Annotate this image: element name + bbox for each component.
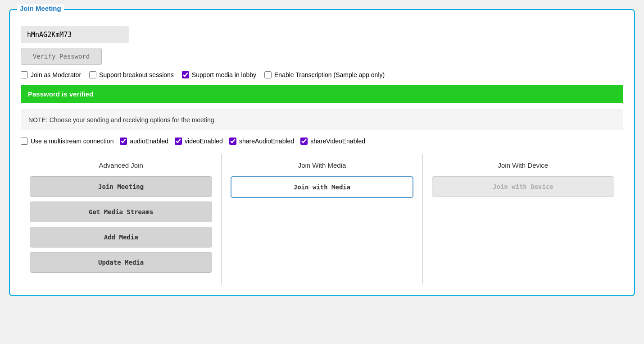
- transcription-input[interactable]: [264, 71, 272, 78]
- join-with-device-column: Join With Device Join with Device: [423, 154, 623, 284]
- columns-section: Advanced Join Join Meeting Get Media Str…: [21, 154, 623, 284]
- audio-enabled-input[interactable]: [120, 138, 127, 145]
- breakout-sessions-input[interactable]: [89, 71, 96, 78]
- video-enabled-input[interactable]: [175, 138, 182, 145]
- password-input[interactable]: [21, 26, 129, 43]
- multistream-checkbox[interactable]: Use a multistream connection: [21, 138, 113, 145]
- share-video-enabled-input[interactable]: [300, 138, 308, 145]
- multistream-input[interactable]: [21, 138, 28, 145]
- join-meeting-button[interactable]: Join Meeting: [30, 176, 212, 197]
- media-in-lobby-label: Support media in lobby: [192, 71, 256, 78]
- transcription-label: Enable Transcription (Sample app only): [274, 71, 385, 78]
- share-audio-enabled-input[interactable]: [229, 138, 236, 145]
- media-in-lobby-input[interactable]: [182, 71, 189, 78]
- status-bar: Password is verified: [21, 85, 623, 103]
- share-video-enabled-label: shareVideoEnabled: [310, 138, 365, 145]
- breakout-sessions-checkbox[interactable]: Support breakout sessions: [89, 71, 174, 78]
- audio-enabled-checkbox[interactable]: audioEnabled: [120, 138, 168, 145]
- media-in-lobby-checkbox[interactable]: Support media in lobby: [182, 71, 256, 78]
- breakout-sessions-label: Support breakout sessions: [99, 71, 174, 78]
- add-media-button[interactable]: Add Media: [30, 227, 212, 248]
- share-audio-enabled-label: shareAudioEnabled: [239, 138, 294, 145]
- update-media-button[interactable]: Update Media: [30, 252, 212, 273]
- join-with-media-title: Join With Media: [231, 161, 413, 169]
- multistream-label: Use a multistream connection: [31, 138, 113, 145]
- join-with-device-button[interactable]: Join with Device: [432, 176, 614, 197]
- share-audio-enabled-checkbox[interactable]: shareAudioEnabled: [229, 138, 294, 145]
- advanced-join-title: Advanced Join: [30, 161, 212, 169]
- password-input-row: Verify Password: [21, 26, 623, 65]
- video-enabled-checkbox[interactable]: videoEnabled: [175, 138, 223, 145]
- join-as-moderator-label: Join as Moderator: [31, 71, 81, 78]
- note-box: NOTE: Choose your sending and receiving …: [21, 110, 623, 130]
- panel-title: Join Meeting: [17, 5, 64, 12]
- join-as-moderator-input[interactable]: [21, 71, 28, 78]
- checkboxes-row: Join as Moderator Support breakout sessi…: [21, 71, 623, 78]
- multistream-row: Use a multistream connection audioEnable…: [21, 138, 623, 145]
- advanced-join-column: Advanced Join Join Meeting Get Media Str…: [21, 154, 222, 284]
- transcription-checkbox[interactable]: Enable Transcription (Sample app only): [264, 71, 385, 78]
- share-video-enabled-checkbox[interactable]: shareVideoEnabled: [300, 138, 365, 145]
- audio-enabled-label: audioEnabled: [130, 138, 168, 145]
- join-with-device-title: Join With Device: [432, 161, 614, 169]
- join-with-media-column: Join With Media Join with Media: [222, 154, 422, 284]
- video-enabled-label: videoEnabled: [185, 138, 223, 145]
- join-as-moderator-checkbox[interactable]: Join as Moderator: [21, 71, 81, 78]
- join-meeting-panel: Join Meeting Verify Password Join as Mod…: [9, 9, 635, 296]
- verify-password-button[interactable]: Verify Password: [21, 48, 102, 65]
- join-with-media-button[interactable]: Join with Media: [231, 176, 413, 198]
- get-media-streams-button[interactable]: Get Media Streams: [30, 202, 212, 222]
